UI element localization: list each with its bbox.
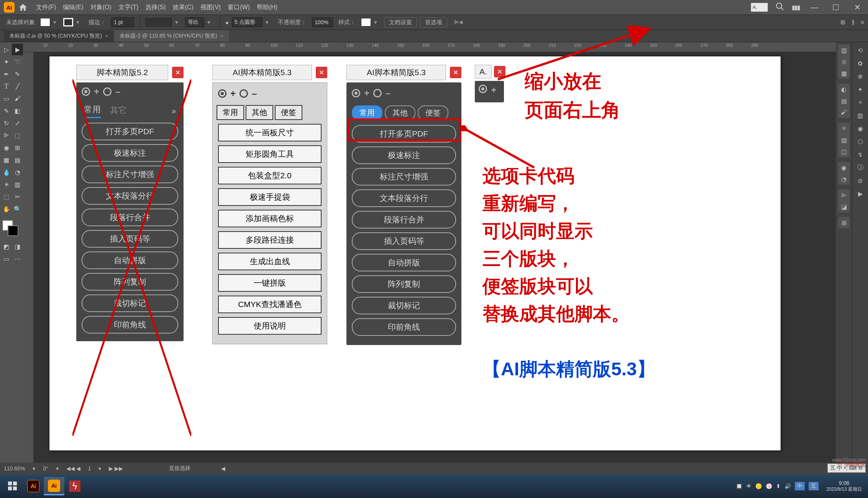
tray-icon[interactable]: 🍥 bbox=[766, 483, 772, 489]
minimize-button[interactable]: — bbox=[807, 3, 821, 12]
direct-selection-tool[interactable]: ▶ bbox=[12, 44, 23, 55]
rotation[interactable]: 0° bbox=[43, 465, 48, 472]
radio-icon[interactable] bbox=[479, 85, 487, 93]
scroll-left-icon[interactable]: ◀ bbox=[221, 465, 225, 472]
script-button[interactable]: 标注尺寸增强 bbox=[352, 168, 456, 186]
stroke-panel-icon[interactable]: ≡ bbox=[838, 123, 850, 134]
script-button[interactable]: 插入页码等 bbox=[82, 230, 178, 248]
plus-icon[interactable]: + bbox=[364, 88, 369, 99]
artboard-tool[interactable]: ⬚ bbox=[1, 191, 12, 202]
line-tool[interactable]: ╱ bbox=[12, 81, 23, 92]
opacity-input[interactable] bbox=[312, 17, 333, 27]
extra-icon[interactable]: ✧ bbox=[855, 97, 866, 108]
color-panel-icon[interactable]: ◐ bbox=[838, 84, 850, 95]
tray-icon[interactable]: ⬆ bbox=[776, 483, 781, 489]
shape-builder-tool[interactable]: ◉ bbox=[1, 142, 12, 153]
task-ai-2[interactable]: Ai bbox=[44, 477, 64, 495]
tray-icon[interactable]: 👁 bbox=[746, 483, 752, 489]
gradient-panel-icon[interactable]: ▨ bbox=[838, 134, 850, 146]
panel-mini-close[interactable]: ✕ bbox=[494, 66, 505, 77]
properties-panel-icon[interactable]: ▥ bbox=[838, 44, 850, 56]
script-button[interactable]: 裁切标记 bbox=[352, 297, 456, 314]
task-app[interactable]: ϟ bbox=[64, 477, 85, 495]
script-button[interactable]: 段落行合并 bbox=[82, 209, 178, 226]
home-icon[interactable] bbox=[18, 2, 28, 13]
selection-tool[interactable]: ▷ bbox=[1, 44, 12, 55]
script-button[interactable]: 阵列复制 bbox=[352, 275, 456, 293]
maximize-button[interactable]: ☐ bbox=[829, 3, 843, 12]
libraries-panel-icon[interactable]: ▦ bbox=[838, 67, 850, 79]
scale-tool[interactable]: ⤢ bbox=[12, 117, 23, 129]
script-button[interactable]: 极速标注 bbox=[82, 144, 178, 162]
tab-notes[interactable]: 便签 bbox=[418, 105, 448, 120]
color-swatches[interactable] bbox=[1, 220, 23, 239]
script-button[interactable]: 添加画稿色标 bbox=[218, 210, 322, 227]
script-button[interactable]: CMYK查找潘通色 bbox=[218, 296, 322, 313]
tray-ime[interactable]: 中 bbox=[795, 482, 805, 490]
tab-common[interactable]: 常用 bbox=[352, 105, 382, 120]
appearance-panel-icon[interactable]: ◉ bbox=[838, 162, 850, 173]
tab-close-icon[interactable]: × bbox=[105, 33, 108, 39]
menu-effect[interactable]: 效果(C) bbox=[173, 3, 194, 12]
stroke-swatch[interactable] bbox=[63, 18, 73, 26]
minus-icon[interactable]: – bbox=[386, 88, 391, 99]
radio-icon[interactable] bbox=[352, 89, 360, 97]
script-button[interactable]: 印前角线 bbox=[82, 316, 178, 334]
paintbrush-tool[interactable]: 🖌 bbox=[12, 93, 23, 104]
menu-type[interactable]: 文字(T) bbox=[118, 3, 138, 12]
curvature-tool[interactable]: ✎ bbox=[12, 68, 23, 80]
align-icon[interactable]: ⊫∗ bbox=[454, 19, 464, 26]
script-button[interactable]: 印前角线 bbox=[352, 318, 456, 336]
gradient-tool[interactable]: ▤ bbox=[12, 154, 23, 166]
brushes-panel-icon[interactable]: 🖌 bbox=[838, 107, 850, 118]
script-button[interactable]: 文本段落分行 bbox=[82, 187, 178, 205]
panel52-close[interactable]: ✕ bbox=[172, 67, 184, 78]
tray-icon[interactable]: 🔲 bbox=[736, 483, 742, 489]
perspective-tool[interactable]: ⊞ bbox=[12, 142, 23, 153]
tab-other[interactable]: 其他 bbox=[385, 105, 415, 120]
script-button[interactable]: 生成出血线 bbox=[218, 253, 322, 270]
mesh-tool[interactable]: ▦ bbox=[1, 154, 12, 166]
radio-icon[interactable] bbox=[240, 89, 248, 98]
extra-icon[interactable]: ▥ bbox=[855, 110, 866, 121]
script-button[interactable]: 矩形圆角工具 bbox=[218, 145, 322, 163]
artboard-nav-prev[interactable]: ◀◀ ◀ bbox=[66, 465, 80, 472]
search-icon[interactable] bbox=[776, 2, 784, 12]
eyedropper-tool[interactable]: 💧 bbox=[1, 166, 12, 178]
close-button[interactable]: ✕ bbox=[850, 3, 864, 12]
panel-collapse-icon[interactable]: ⟫ bbox=[852, 19, 855, 26]
doc-setup-button[interactable]: 文档设置 bbox=[384, 17, 417, 28]
menu-file[interactable]: 文件(F) bbox=[36, 3, 56, 12]
plus-icon[interactable]: + bbox=[491, 85, 496, 95]
tab-common[interactable]: 常用 bbox=[84, 104, 101, 118]
free-transform-tool[interactable]: ⬚ bbox=[12, 130, 23, 141]
menu-help[interactable]: 帮助(H) bbox=[257, 3, 277, 12]
transform-panel-icon[interactable]: ⊞ bbox=[838, 217, 850, 228]
rectangle-tool[interactable]: ▭ bbox=[1, 93, 12, 104]
extra-icon[interactable]: ⊘ bbox=[855, 175, 866, 186]
panel53a-close[interactable]: ✕ bbox=[316, 67, 327, 78]
artboard-number[interactable]: 1 bbox=[88, 465, 91, 472]
panel53b-close[interactable]: ✕ bbox=[450, 67, 461, 78]
script-button[interactable]: 自动拼版 bbox=[352, 254, 456, 271]
menu-edit[interactable]: 编辑(E) bbox=[63, 3, 83, 12]
script-button[interactable]: 标注尺寸增强 bbox=[82, 166, 178, 183]
extra-icon[interactable]: ⊕ bbox=[855, 71, 866, 82]
lasso-tool[interactable]: ➰ bbox=[12, 56, 23, 67]
shaper-tool[interactable]: ✎ bbox=[1, 105, 12, 117]
script-button[interactable]: 使用说明 bbox=[218, 317, 322, 335]
radio-icon[interactable] bbox=[218, 89, 226, 98]
ime-icon[interactable]: 五 bbox=[830, 465, 835, 472]
layers-panel-icon[interactable]: ≣ bbox=[838, 56, 850, 67]
task-ai-1[interactable]: Ai bbox=[23, 477, 44, 495]
radio-icon[interactable] bbox=[373, 89, 382, 97]
extra-icon[interactable]: ↯ bbox=[855, 149, 866, 160]
extra-icon[interactable]: Ⓙ bbox=[855, 162, 866, 173]
tray-ime-2[interactable]: 五 bbox=[809, 482, 819, 490]
uniform-input[interactable] bbox=[185, 17, 204, 27]
draw-mode-button[interactable]: ◨ bbox=[12, 241, 23, 252]
panel-menu-icon[interactable]: ≡ bbox=[861, 19, 864, 26]
script-button[interactable]: 打开多页PDF bbox=[352, 125, 456, 143]
tab-notes[interactable]: 便签 bbox=[275, 105, 302, 120]
script-button[interactable]: 插入页码等 bbox=[352, 232, 456, 250]
